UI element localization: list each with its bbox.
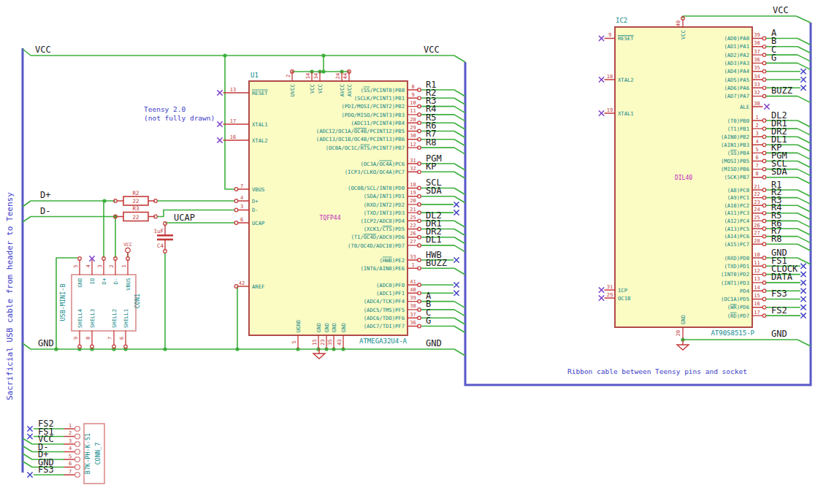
pin-number: 12	[410, 142, 416, 148]
net-label-g[interactable]: G	[771, 53, 776, 63]
pin-name: (PDO/MISO/PCINT3)PB3	[341, 112, 405, 118]
pin-number: 10	[754, 252, 760, 258]
ic2-reference[interactable]: IC2	[616, 17, 627, 24]
conn7-value[interactable]: B7K-PH-K-S1	[84, 433, 91, 474]
net-label-r8[interactable]: R8	[426, 137, 436, 148]
c4-plate[interactable]	[157, 239, 173, 241]
pin-name: (SDA/INT1)PD1	[364, 193, 405, 199]
pin-name: (ICP2/ADC8)PD4	[360, 218, 405, 224]
pin-number: 23	[754, 199, 760, 205]
u1-reference[interactable]: U1	[251, 72, 259, 79]
pin-name: (AD4)PA4	[724, 68, 749, 75]
schematic-canvas[interactable]: VCCVCCGNDGNDD+D-UCAPVCCGNDR1R2R3R4R5R6R7…	[0, 0, 826, 504]
pin-name: (ADC7/TDI)PF7	[364, 323, 405, 329]
r3-component-value[interactable]: 22	[132, 214, 139, 221]
pin-name: (AD5)PA5	[724, 77, 749, 83]
pin-number: 4	[240, 195, 243, 201]
net-label-vcc-right[interactable]: VCC	[773, 5, 789, 15]
net-label-sda[interactable]: SDA	[771, 167, 787, 177]
pin-name: D-	[112, 278, 119, 285]
net-label-sda[interactable]: SDA	[426, 186, 442, 196]
net-label-buzz[interactable]: BUZZ	[771, 85, 792, 96]
pin-name: (A14)PC6	[724, 233, 749, 240]
pin-number: 19	[410, 190, 416, 196]
pin-number: 27	[754, 230, 760, 236]
pin-name: (A10)PC2	[724, 202, 749, 209]
pin-name: (RXD/INT2)PD2	[364, 202, 405, 208]
net-label-d-plus[interactable]: D+	[40, 190, 50, 200]
pin-number: 3	[240, 204, 243, 210]
net-label-buzz[interactable]: BUZZ	[426, 258, 447, 268]
c4-reference[interactable]: C4	[157, 243, 164, 249]
con1-reference[interactable]: CON1	[134, 294, 141, 308]
pin-number: 20	[410, 198, 416, 204]
pin-number: 7	[755, 163, 758, 169]
pin-name: VCC	[317, 84, 324, 93]
net-label-ucap[interactable]: UCAP	[174, 213, 195, 223]
pin-name: ALE	[740, 104, 749, 110]
pin-number: 24	[335, 73, 341, 79]
pin-name: RESET	[252, 90, 268, 96]
pin-name: (RXD)PD0	[724, 255, 749, 261]
net-label-r8[interactable]: R8	[771, 234, 781, 244]
pin-name: (AIN1)PB3	[721, 142, 749, 148]
net-label-d-minus[interactable]: D-	[40, 206, 50, 216]
pin-name: (A11)PC3	[724, 210, 749, 216]
c4-plate[interactable]	[157, 234, 173, 237]
net-label-g[interactable]: G	[426, 316, 431, 326]
pin-number: 41	[410, 279, 416, 285]
pin-number: 6	[119, 337, 125, 340]
pin-number: 17	[230, 118, 236, 124]
pin-name: (A15)PC7	[724, 241, 749, 248]
pin-name: (T1/OC4D/ADC9)PD6	[351, 234, 405, 240]
junction-dot	[321, 69, 325, 73]
net-label-vcc-left[interactable]: VCC	[35, 45, 51, 55]
net-label-fs3[interactable]: FS3	[771, 289, 787, 299]
r3-component-reference[interactable]: R3	[132, 205, 139, 212]
pin-name: (ADC5/TMS)PF5	[364, 307, 405, 313]
con1-value[interactable]: USB-MINI-B	[59, 283, 66, 321]
junction-dot	[102, 199, 106, 202]
pin-number: 15	[754, 293, 760, 299]
pin-number: 5	[291, 340, 297, 343]
pin-number: 8	[411, 84, 414, 90]
pin-number: 6	[240, 217, 243, 223]
pin-name: (AD0)PA0	[724, 35, 749, 42]
pin-name: AVCC	[339, 84, 345, 96]
pin-number: 32	[410, 166, 416, 172]
u1-value[interactable]: ATMEGA32U4-A	[359, 337, 408, 345]
pin-name: (ADC1)PF1	[376, 290, 405, 297]
net-label-vcc-mid[interactable]: VCC	[424, 45, 440, 55]
pin-name: (AD2)PA2	[724, 52, 749, 58]
pin-number: 7	[69, 469, 72, 475]
c4-value[interactable]: 1uF	[153, 228, 164, 234]
pin-number: 12	[754, 268, 760, 274]
pin-name: OC1B	[618, 295, 630, 302]
net-label-gnd-left[interactable]: GND	[38, 338, 54, 348]
net-label-fs2[interactable]: FS2	[771, 305, 787, 316]
pin-number: 34	[754, 74, 760, 80]
pin-number: 7	[240, 183, 243, 189]
net-label-fs3[interactable]: FS3	[38, 465, 54, 475]
pin-number: 33	[754, 82, 760, 88]
pin-number: 21	[754, 184, 760, 190]
pin-name: RESET	[618, 35, 634, 42]
net-label-dl1[interactable]: DL1	[426, 234, 442, 245]
pin-number: 28	[754, 238, 760, 244]
net-label-gnd-right[interactable]: GND	[771, 329, 787, 339]
pin-name: GND	[77, 278, 83, 288]
pin-name: VBUS	[252, 186, 264, 193]
r2-component-value[interactable]: 22	[132, 198, 139, 205]
r2-component-reference[interactable]: R2	[132, 190, 139, 196]
ic2-value[interactable]: AT90S8515-P	[711, 329, 754, 337]
pin-name: (SS/PCINT0)PB0	[360, 87, 405, 93]
conn7-reference[interactable]: CONN_7	[94, 443, 102, 465]
pin-name: (A12)PC4	[724, 218, 749, 224]
net-label-data[interactable]: DATA	[771, 272, 793, 282]
junction-dot	[321, 53, 325, 57]
pin-name: (HWB)PE2	[379, 257, 405, 264]
pin-name: PD4	[740, 288, 749, 294]
net-label-kp[interactable]: KP	[426, 161, 436, 172]
net-label-gnd-mid[interactable]: GND	[426, 338, 442, 348]
pin-name: GND	[340, 323, 347, 332]
